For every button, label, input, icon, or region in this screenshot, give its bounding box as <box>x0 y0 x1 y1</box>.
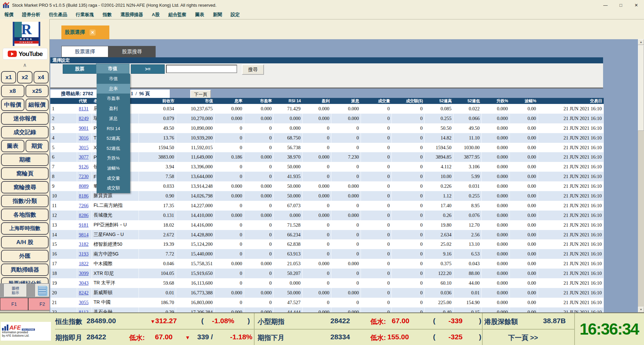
field-select[interactable]: 市值 <box>96 64 129 74</box>
stock-code-link[interactable]: 9126 <box>79 164 89 170</box>
sidebar-button[interactable]: A/H 股 <box>1 236 49 248</box>
stock-code-link[interactable]: 1822 <box>79 261 89 267</box>
dropdown-item[interactable]: 52週高 <box>97 133 130 143</box>
sidebar-button[interactable]: 中報價 <box>1 99 24 111</box>
subtab-stock-selection[interactable]: 股票選擇 <box>61 46 108 57</box>
menu-item[interactable]: 證券分析 <box>18 12 45 18</box>
operator-button[interactable]: >= <box>131 64 165 74</box>
dropdown-item[interactable]: RSI 14 <box>97 123 130 133</box>
column-header[interactable] <box>50 98 77 104</box>
dropdown-item[interactable]: 成交額 <box>97 183 130 193</box>
dropdown-item[interactable]: 盈利 <box>97 104 130 114</box>
stock-code-link[interactable]: 8186 <box>79 193 89 199</box>
chevron-up-icon[interactable]: ∧ <box>0 61 50 69</box>
menu-item[interactable]: 指數 <box>98 12 116 18</box>
stock-code-link[interactable]: 8112 <box>79 309 88 312</box>
statusbar-next-page[interactable]: 下一頁 >> <box>508 333 538 342</box>
menu-item[interactable]: A股 <box>148 12 164 18</box>
column-header[interactable]: 市盈率 <box>244 98 274 104</box>
criteria-value-input[interactable] <box>166 65 237 73</box>
sidebar-button[interactable]: 上海即時指數 <box>1 222 49 235</box>
column-header[interactable]: 前收市 <box>139 98 176 104</box>
menu-item[interactable]: 報價 <box>0 12 18 18</box>
category-button[interactable]: 股票 <box>63 64 97 74</box>
sidebar-button[interactable]: 窩輪搜尋 <box>1 181 49 193</box>
column-header[interactable]: 波幅% <box>510 98 538 104</box>
stock-code-link[interactable]: 9001 <box>79 125 89 131</box>
dropdown-item[interactable]: 派息 <box>97 114 130 124</box>
sidebar-button[interactable]: 期貨 <box>25 140 49 152</box>
search-button[interactable]: 搜尋 <box>242 64 264 75</box>
dropdown-item[interactable]: 波幅% <box>97 163 130 173</box>
column-header[interactable]: 52週低 <box>453 98 482 104</box>
stock-code-link[interactable]: 3077 <box>79 154 89 160</box>
sidebar-button[interactable]: 期權 <box>1 154 49 166</box>
sidebar-button[interactable]: x4 <box>34 71 49 83</box>
subtab-stock-search[interactable]: 股票搜尋 <box>108 46 156 57</box>
menu-item[interactable]: 衍生產品 <box>45 12 71 18</box>
dropdown-item[interactable]: 升跌% <box>97 153 130 163</box>
sidebar-button[interactable]: x25 <box>25 85 49 97</box>
column-header[interactable]: 代號 <box>77 98 92 104</box>
column-header[interactable]: 升跌% <box>482 98 510 104</box>
stock-code-link[interactable]: 8249 <box>79 116 89 121</box>
scrollbar-thumb[interactable] <box>638 45 644 131</box>
sidebar-button[interactable]: 細報價 <box>25 99 49 111</box>
menu-item[interactable]: 行業板塊 <box>71 12 98 18</box>
column-header[interactable]: 盈利 <box>303 98 331 104</box>
stock-code-link[interactable]: 3055 <box>79 300 89 305</box>
stock-code-link[interactable]: 7230 <box>79 174 89 179</box>
next-page-button[interactable]: 下一頁 <box>190 90 211 99</box>
tab-close-icon[interactable]: ✕ <box>90 30 96 36</box>
menu-item[interactable]: 組合監察 <box>164 12 191 18</box>
sidebar-button[interactable]: 異動掃瞄器 <box>1 264 49 276</box>
sidebar-button[interactable]: 各地指數 <box>1 209 49 221</box>
stock-code-link[interactable]: 8131 <box>79 106 89 112</box>
dropdown-item[interactable]: 市值 <box>97 74 130 84</box>
sidebar-button[interactable]: x2 <box>17 71 32 83</box>
stock-code-link[interactable]: 3193 <box>79 251 89 257</box>
column-header[interactable]: RSI 14 <box>274 98 303 104</box>
sidebar-button[interactable]: 成交記錄 <box>1 126 49 138</box>
scroll-down-icon[interactable]: ▼ <box>638 307 644 312</box>
column-header[interactable]: 成交量 <box>361 98 392 104</box>
f1-button[interactable]: F1 <box>0 298 28 310</box>
report-button[interactable] <box>35 284 49 297</box>
stock-code-link[interactable]: 9181 <box>79 222 89 228</box>
stock-code-link[interactable]: 8242 <box>79 290 89 296</box>
stock-code-link[interactable]: 3015 <box>79 145 89 151</box>
column-header[interactable]: 52週高 <box>425 98 453 104</box>
sidebar-button[interactable]: 圖表 <box>1 140 24 152</box>
stock-code-link[interactable]: 7266 <box>79 203 89 209</box>
stock-code-link[interactable]: 3099 <box>79 271 89 276</box>
column-header[interactable]: 成交額($) <box>392 98 425 104</box>
stock-code-link[interactable]: 3043 <box>79 280 89 286</box>
scroll-up-icon[interactable]: ▲ <box>638 39 644 45</box>
vertical-scrollbar[interactable]: ▲ ▼ <box>638 39 644 312</box>
menu-item[interactable]: 選股掃描器 <box>116 12 148 18</box>
stock-code-link[interactable]: 3016 <box>79 135 89 141</box>
sidebar-button[interactable]: 指數/分類 <box>1 195 49 207</box>
tab-stock-selection[interactable]: 股票選擇 ✕ <box>61 25 109 39</box>
sidebar-button[interactable]: x1 <box>1 71 16 83</box>
dropdown-item[interactable]: 市盈率 <box>97 94 130 104</box>
column-header[interactable]: 交易日 <box>538 98 604 104</box>
dropdown-item[interactable]: 52週低 <box>97 143 130 154</box>
menu-item[interactable]: 設定 <box>226 12 244 18</box>
minimize-button[interactable]: — <box>598 0 613 10</box>
sidebar-button[interactable]: 迷你報價 <box>1 112 49 125</box>
sidebar-button[interactable]: 窩輪頁 <box>1 167 49 180</box>
stock-code-link[interactable]: 8089 <box>79 183 89 189</box>
icon-display-button[interactable]: 圖標 顯示 <box>4 284 27 297</box>
menu-item[interactable]: 新聞 <box>209 12 226 18</box>
menu-item[interactable]: 圖表 <box>191 12 209 18</box>
column-header[interactable]: 息率 <box>215 98 244 104</box>
sidebar-button[interactable]: x8 <box>1 85 24 97</box>
dropdown-item[interactable]: 成交量 <box>97 173 130 183</box>
sidebar-button[interactable]: 外匯 <box>1 250 49 262</box>
column-header[interactable]: 市值 <box>176 98 215 104</box>
youtube-button[interactable]: YouTube <box>3 48 48 60</box>
dropdown-item[interactable]: 息率 <box>97 84 130 94</box>
close-button[interactable]: ✕ <box>629 0 644 10</box>
stock-code-link[interactable]: 9814 <box>79 232 89 238</box>
